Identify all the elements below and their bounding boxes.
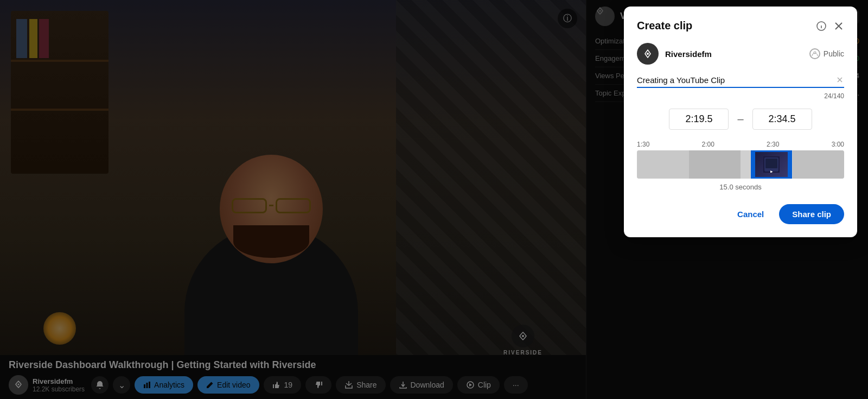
visibility-icon — [809, 48, 820, 59]
modal-header: Create clip — [637, 20, 844, 32]
timeline-clip-thumbnail: ▶ — [752, 152, 790, 177]
modal-channel-name: Riversidefm — [665, 49, 803, 59]
modal-cancel-button[interactable]: Cancel — [729, 205, 773, 223]
timeline-background — [637, 150, 844, 179]
clip-title-input[interactable] — [637, 73, 844, 88]
char-count: 24/140 — [637, 92, 844, 100]
modal-channel-row: Riversidefm Public — [637, 43, 844, 65]
modal-visibility: Public — [809, 48, 844, 59]
modal-footer: Cancel Share clip — [637, 204, 844, 224]
timeline-label-3: 3:00 — [832, 141, 844, 148]
clip-start-time-input[interactable] — [669, 109, 729, 130]
time-range-separator: – — [737, 113, 743, 125]
modal-title-input-container — [637, 73, 844, 88]
timeline-segment-4 — [793, 150, 845, 179]
svg-point-21 — [647, 53, 649, 55]
modal-close-button[interactable] — [833, 21, 844, 31]
timeline-right-handle[interactable] — [788, 152, 792, 177]
timeline-segment-1 — [637, 150, 689, 179]
clip-duration-label: 15.0 seconds — [637, 183, 844, 191]
visibility-label: Public — [824, 49, 844, 58]
timeline-segment-2 — [689, 150, 741, 179]
timeline-label-2: 2:30 — [767, 141, 779, 148]
create-clip-modal: Create clip Riversidefm — [624, 7, 857, 237]
timeline-label-0: 1:30 — [637, 141, 649, 148]
clip-title-clear-button[interactable] — [835, 75, 844, 86]
svg-text:▶: ▶ — [770, 170, 773, 173]
timeline-left-handle[interactable] — [751, 152, 755, 177]
timeline-selection[interactable]: ▶ — [751, 150, 792, 179]
modal-time-row: – — [637, 109, 844, 130]
timeline-labels: 1:30 2:00 2:30 3:00 — [637, 141, 844, 150]
timeline-scrubber[interactable]: ▶ — [637, 150, 844, 179]
modal-share-clip-button[interactable]: Share clip — [779, 204, 844, 224]
modal-title: Create clip — [637, 20, 692, 32]
clip-end-time-input[interactable] — [752, 109, 812, 130]
modal-channel-avatar — [637, 43, 659, 65]
timeline-label-1: 2:00 — [702, 141, 714, 148]
svg-rect-25 — [765, 159, 777, 168]
modal-header-actions — [816, 21, 844, 31]
modal-info-button[interactable] — [816, 21, 827, 31]
